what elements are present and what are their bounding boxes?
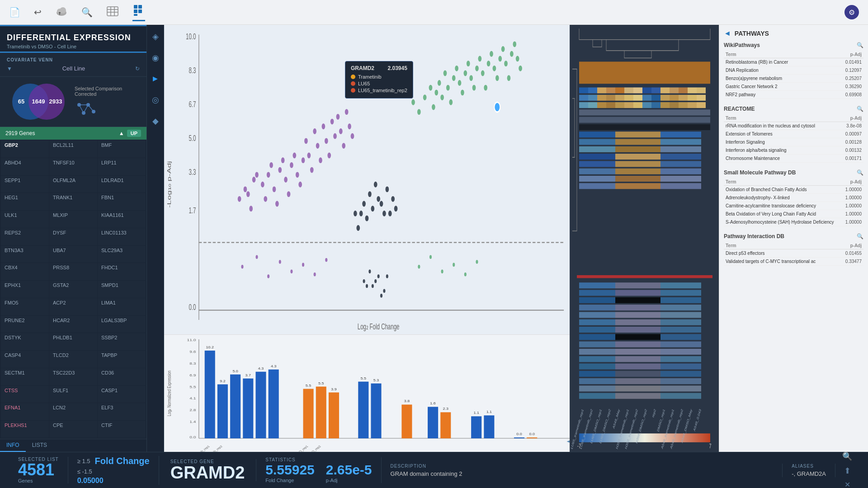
gene-item[interactable]: BTN3A3 (1, 246, 49, 263)
table-row[interactable]: Oxidation of Branched Chain Fatty Acids … (724, 186, 863, 194)
gene-item[interactable]: OLFML2A (49, 176, 97, 193)
table-row[interactable]: Gastric Cancer Network 2 0.36290 (724, 83, 863, 91)
gene-item[interactable]: LGALS3BP (98, 316, 146, 333)
gene-item[interactable]: CBX4 (1, 263, 49, 280)
svg-rect-212 (660, 87, 670, 93)
gene-item[interactable]: LCN2 (49, 403, 97, 420)
gene-item[interactable]: ACP2 (49, 298, 97, 315)
svg-point-87 (429, 85, 433, 91)
toolbar-undo-icon[interactable]: ↩ (34, 7, 42, 18)
table-row[interactable]: DNA Replication 0.12097 (724, 66, 863, 75)
gene-item[interactable]: EFNA1 (1, 403, 49, 420)
dropdown-arrow-icon[interactable]: ▼ (7, 66, 12, 72)
table-row[interactable]: Beta Oxidation of Very Long Chain Fatty … (724, 210, 863, 218)
table-row[interactable]: Extension of Telomeres 0.00097 (724, 130, 863, 138)
gene-item[interactable]: FMO5 (1, 298, 49, 315)
gene-item[interactable]: ELF3 (98, 403, 146, 420)
gene-item[interactable]: BCL2L11 (49, 141, 97, 158)
gene-item[interactable]: PLEKHS1 (1, 421, 49, 438)
table-row[interactable]: Adrenoleukodystrophy- X-linked 1.00000 (724, 194, 863, 202)
gene-item[interactable]: CPE (49, 421, 97, 438)
gene-item[interactable]: HCAR2 (49, 316, 97, 333)
refresh-icon[interactable]: ↻ (135, 66, 140, 72)
smpdb-search-icon[interactable]: 🔍 (857, 169, 863, 176)
side-nav-icon-4[interactable]: ◎ (152, 95, 159, 105)
highlighted-gene-dot[interactable] (494, 102, 500, 112)
table-row[interactable]: Retinoblastoma (RB) in Cancer 0.01491 (724, 58, 863, 66)
expand-icon[interactable]: ▲ (119, 130, 124, 136)
gene-item[interactable]: TRANK1 (49, 193, 97, 210)
table-row[interactable]: S-Adenosylhomocysteine (SAH) Hydrolase D… (724, 218, 863, 226)
side-nav-icon-1[interactable]: ◈ (152, 32, 159, 42)
gene-item[interactable]: TLCD2 (49, 351, 97, 368)
toolbar-grid-icon[interactable] (132, 4, 145, 21)
gene-item[interactable]: SEPP1 (1, 176, 49, 193)
svg-rect-256 (660, 146, 701, 152)
toolbar-cloud-icon[interactable] (55, 5, 68, 20)
gene-item[interactable]: CASP1 (98, 386, 146, 403)
bottom-close-icon[interactable]: ✕ (844, 480, 850, 488)
gene-item[interactable]: MLXIP (49, 211, 97, 228)
gene-item[interactable]: BMF (98, 141, 146, 158)
gene-item[interactable]: GBP2 (1, 141, 49, 158)
gene-item[interactable]: DSTYK (1, 333, 49, 350)
wiki-search-icon[interactable]: 🔍 (857, 42, 863, 48)
venn-diagram[interactable]: 65 1649 2933 (7, 81, 70, 122)
gene-item[interactable]: HEG1 (1, 193, 49, 210)
tab-info[interactable]: INFO (0, 439, 26, 452)
gene-item[interactable]: CTSS (1, 386, 49, 403)
gene-item[interactable]: TAPBP (98, 351, 146, 368)
pid-search-icon[interactable]: 🔍 (857, 233, 863, 239)
toolbar-search-icon[interactable]: 🔍 (81, 7, 93, 18)
settings-icon[interactable]: ⚙ (844, 5, 859, 19)
gene-item[interactable]: SLC29A3 (98, 246, 146, 263)
gene-item[interactable]: PRUNE2 (1, 316, 49, 333)
gene-item[interactable]: SSBP2 (98, 333, 146, 350)
gene-item[interactable]: LINC01133 (98, 228, 146, 245)
gene-item[interactable]: EPHX1 (1, 281, 49, 298)
gene-item[interactable]: FHDC1 (98, 263, 146, 280)
table-row[interactable]: Direct p53 effectors 0.01455 (724, 249, 863, 258)
gene-item[interactable]: LRP11 (98, 158, 146, 175)
gene-item[interactable]: CASP4 (1, 351, 49, 368)
table-row[interactable]: Carnitine-acylcarnitine translocase defi… (724, 202, 863, 210)
table-row[interactable]: NRF2 pathway 0.69908 (724, 91, 863, 99)
gene-item[interactable]: GSTA2 (49, 281, 97, 298)
toolbar-table-icon[interactable] (106, 5, 119, 20)
table-row[interactable]: Benzo(a)pyrene metabolism 0.25207 (724, 75, 863, 83)
toolbar-document-icon[interactable]: 📄 (9, 7, 20, 18)
side-nav-icon-5[interactable]: ◆ (152, 116, 159, 126)
gene-item[interactable]: CTIF (98, 421, 146, 438)
gene-item[interactable]: REPS2 (1, 228, 49, 245)
reactome-search-icon[interactable]: 🔍 (857, 106, 863, 112)
gene-item[interactable]: SMPD1 (98, 281, 146, 298)
gene-item[interactable]: DYSF (49, 228, 97, 245)
gene-item[interactable]: CD36 (98, 368, 146, 385)
gene-item[interactable]: SULF1 (49, 386, 97, 403)
gene-item[interactable]: PRSS8 (49, 263, 97, 280)
gene-item[interactable]: LDLRAD1 (98, 176, 146, 193)
gene-item[interactable]: TNFSF10 (49, 158, 97, 175)
gene-item[interactable]: SECTM1 (1, 368, 49, 385)
gene-item[interactable]: TSC22D3 (49, 368, 97, 385)
gene-item[interactable]: KIAA1161 (98, 211, 146, 228)
table-row[interactable]: rRNA modification in the nucleus and cyt… (724, 122, 863, 130)
bottom-upload-icon[interactable]: ⬆ (844, 466, 851, 476)
venn-network-icon[interactable] (75, 100, 97, 116)
table-row[interactable]: Interferon Signaling 0.00128 (724, 138, 863, 146)
table-row[interactable]: Validated targets of C-MYC transcription… (724, 258, 863, 266)
side-nav-icon-3[interactable]: ► (151, 74, 160, 84)
gene-item[interactable]: ULK1 (1, 211, 49, 228)
tab-lists[interactable]: LISTS (26, 439, 53, 452)
table-row[interactable]: Chromosome Maintenance 0.00171 (724, 155, 863, 163)
bottom-search-icon[interactable]: 🔍 (842, 451, 852, 461)
gene-item[interactable]: LIMA1 (98, 298, 146, 315)
table-row[interactable]: Interferon alpha/beta signaling 0.00132 (724, 146, 863, 155)
pathways-collapse-icon[interactable]: ◄ (724, 29, 731, 38)
gene-item[interactable]: PHLDB1 (49, 333, 97, 350)
gene-item[interactable]: ABHD4 (1, 158, 49, 175)
gene-item[interactable]: FBN1 (98, 193, 146, 210)
side-nav-icon-2[interactable]: ◉ (152, 53, 159, 63)
gene-item[interactable]: UBA7 (49, 246, 97, 263)
volcano-plot[interactable]: 10.0 8.3 6.7 5.0 3.3 1.7 0.0 Log₂ Fold C… (164, 25, 570, 334)
